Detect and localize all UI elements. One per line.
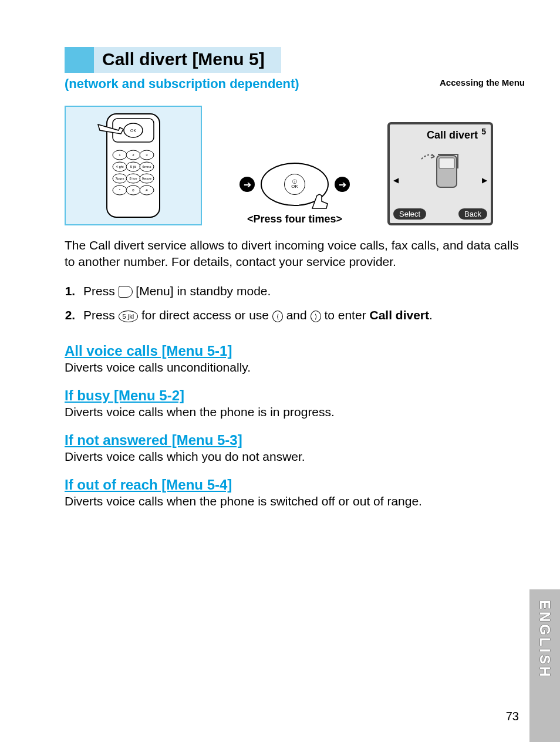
- subtitle: (network and subscription dependent): [65, 76, 299, 92]
- phone-illustration: OK 1 2 3 4 ghi 5 jkl 6mno 7pqrs: [65, 106, 202, 225]
- screen-title: Call divert: [394, 129, 486, 141]
- section-4: If out of reach [Menu 5-4] Diverts voice…: [65, 477, 525, 508]
- call-divert-icon: [417, 147, 464, 195]
- svg-text:6mno: 6mno: [142, 165, 151, 168]
- section-heading: If not answered [Menu 5-3]: [65, 432, 525, 448]
- key-5-icon: 5 jkl: [119, 311, 139, 322]
- nav-pad-icon: ⓘOK: [261, 163, 329, 206]
- section-2: If busy [Menu 5-2] Diverts voice calls w…: [65, 387, 525, 419]
- svg-text:9wxyz: 9wxyz: [142, 177, 152, 180]
- svg-text:OK: OK: [130, 129, 136, 133]
- screen-menu-number: 5: [481, 127, 486, 136]
- menu-key-icon: [119, 286, 133, 298]
- page-title: Call divert [Menu 5]: [94, 47, 281, 73]
- title-bar: Call divert [Menu 5]: [65, 47, 525, 73]
- access-label: Accessing the Menu: [440, 76, 525, 87]
- language-label: ENGLISH: [537, 600, 553, 679]
- phone-screen: 5 Call divert ◀▶ Select Back: [387, 122, 493, 225]
- step-1: Press [Menu] in standby mode.: [79, 281, 525, 301]
- section-text: Diverts voice calls which you do not ans…: [65, 450, 525, 464]
- arrow-right-icon: ➔: [335, 177, 350, 192]
- svg-text:7pqrs: 7pqrs: [115, 177, 124, 180]
- title-accent-box: [65, 47, 94, 73]
- section-heading: If out of reach [Menu 5-4]: [65, 477, 525, 493]
- nav-right-icon: ⟩: [311, 311, 321, 322]
- nav-illustration: ➔ ⓘOK ➔ <Press four times>: [218, 163, 371, 225]
- press-instruction: <Press four times>: [247, 213, 342, 225]
- svg-text:8 tuv: 8 tuv: [129, 177, 137, 180]
- step-2: Press 5 jkl for direct access or use ⟨ a…: [79, 305, 525, 325]
- section-heading: All voice calls [Menu 5-1]: [65, 343, 525, 359]
- illustration-row: OK 1 2 3 4 ghi 5 jkl 6mno 7pqrs: [65, 106, 525, 225]
- nav-left-icon: ⟨: [272, 311, 283, 322]
- intro-paragraph: The Call divert service allows to divert…: [65, 237, 525, 271]
- arrow-right-icon: ➔: [239, 177, 255, 192]
- section-text: Diverts voice calls when the phone is sw…: [65, 494, 525, 508]
- finger-press-icon: [310, 188, 331, 210]
- phone-keypad-icon: OK 1 2 3 4 ghi 5 jkl 6mno 7pqrs: [95, 113, 171, 218]
- section-text: Diverts voice calls unconditionally.: [65, 360, 525, 375]
- language-tab: ENGLISH: [529, 589, 560, 742]
- manual-page: Call divert [Menu 5] (network and subscr…: [0, 0, 560, 742]
- section-heading: If busy [Menu 5-2]: [65, 387, 525, 404]
- svg-rect-29: [439, 158, 454, 168]
- page-number: 73: [506, 710, 519, 723]
- subtitle-row: (network and subscription dependent) Acc…: [65, 76, 525, 92]
- ok-button-icon: ⓘOK: [284, 174, 305, 195]
- section-text: Diverts voice calls when the phone is in…: [65, 405, 525, 419]
- svg-text:5 jkl: 5 jkl: [130, 165, 137, 168]
- section-3: If not answered [Menu 5-3] Diverts voice…: [65, 432, 525, 464]
- softkey-back: Back: [458, 208, 487, 220]
- section-1: All voice calls [Menu 5-1] Diverts voice…: [65, 343, 525, 375]
- steps-list: Press [Menu] in standby mode. Press 5 jk…: [65, 281, 525, 325]
- softkey-select: Select: [393, 208, 426, 220]
- call-divert-bold: Call divert: [369, 308, 429, 322]
- svg-text:4 ghi: 4 ghi: [116, 165, 123, 168]
- screen-nav-arrows: ◀▶: [393, 176, 487, 184]
